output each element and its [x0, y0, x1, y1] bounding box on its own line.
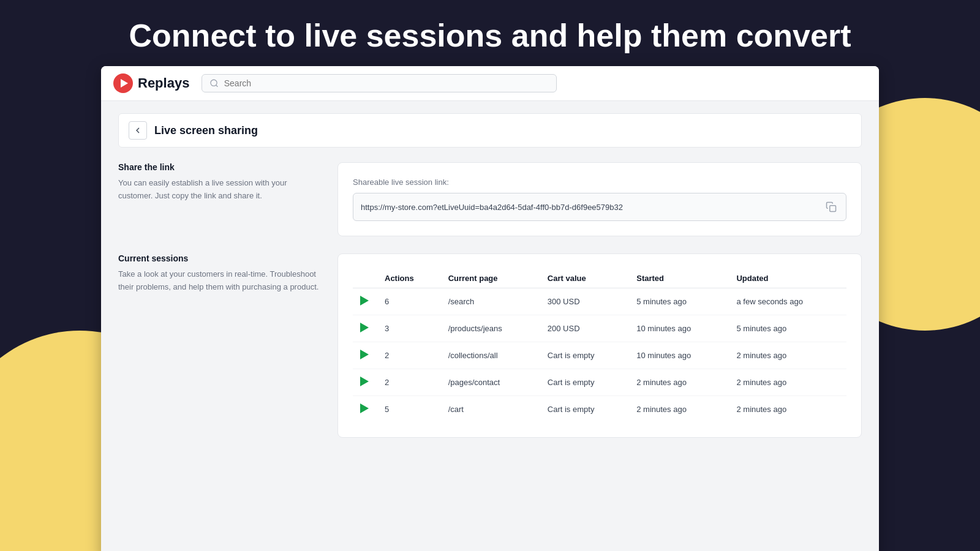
- share-desc: You can easily establish a live session …: [118, 177, 320, 203]
- search-icon: [209, 78, 219, 88]
- cell-cart: Cart is empty: [540, 369, 629, 396]
- play-button[interactable]: [360, 403, 369, 413]
- table-row: 2 /pages/contact Cart is empty 2 minutes…: [353, 369, 846, 396]
- cell-count: 3: [377, 315, 441, 342]
- play-button[interactable]: [360, 377, 369, 386]
- play-cell[interactable]: [353, 315, 377, 342]
- col-actions-label: Actions: [377, 269, 441, 288]
- cell-cart: 200 USD: [540, 315, 629, 342]
- sessions-card: Actions Current page Cart value Started …: [337, 253, 862, 438]
- sessions-title: Current sessions: [118, 253, 320, 263]
- cell-updated: 2 minutes ago: [729, 369, 846, 396]
- page-header: Live screen sharing: [118, 113, 862, 148]
- cell-started: 10 minutes ago: [629, 315, 729, 342]
- cell-updated: a few seconds ago: [729, 288, 846, 315]
- back-icon: [133, 126, 143, 135]
- sessions-desc: Take a look at your customers in real-ti…: [118, 268, 320, 294]
- table-row: 3 /products/jeans 200 USD 10 minutes ago…: [353, 315, 846, 342]
- share-section: Share the link You can easily establish …: [118, 162, 862, 236]
- sessions-table: Actions Current page Cart value Started …: [353, 269, 846, 422]
- link-card: Shareable live session link: https://my-…: [337, 162, 862, 236]
- cell-cart: Cart is empty: [540, 396, 629, 423]
- col-actions: [353, 269, 377, 288]
- app-window: Replays Live screen sharing Share the li…: [101, 66, 879, 551]
- cell-cart: Cart is empty: [540, 342, 629, 369]
- cell-page: /pages/contact: [441, 369, 540, 396]
- navbar: Replays: [101, 66, 879, 101]
- col-started: Started: [629, 269, 729, 288]
- back-button[interactable]: [129, 121, 147, 140]
- sessions-description: Current sessions Take a look at your cus…: [118, 253, 320, 438]
- table-row: 5 /cart Cart is empty 2 minutes ago 2 mi…: [353, 396, 846, 423]
- link-input-row: https://my-store.com?etLiveUuid=ba4a2d64…: [353, 193, 846, 221]
- play-cell[interactable]: [353, 396, 377, 423]
- col-cart-value: Cart value: [540, 269, 629, 288]
- share-description: Share the link You can easily establish …: [118, 162, 320, 236]
- play-cell[interactable]: [353, 288, 377, 315]
- link-url: https://my-store.com?etLiveUuid=ba4a2d64…: [361, 203, 819, 212]
- cell-updated: 5 minutes ago: [729, 315, 846, 342]
- cell-updated: 2 minutes ago: [729, 396, 846, 423]
- cell-count: 6: [377, 288, 441, 315]
- svg-rect-4: [830, 206, 836, 212]
- table-row: 2 /collections/all Cart is empty 10 minu…: [353, 342, 846, 369]
- search-input[interactable]: [224, 78, 549, 88]
- sessions-section: Current sessions Take a look at your cus…: [118, 253, 862, 438]
- page-title: Live screen sharing: [154, 124, 258, 137]
- cell-page: /search: [441, 288, 540, 315]
- brand[interactable]: Replays: [113, 73, 189, 93]
- copy-icon: [826, 201, 837, 212]
- play-button[interactable]: [360, 323, 369, 332]
- link-label: Shareable live session link:: [353, 178, 846, 187]
- search-bar[interactable]: [202, 74, 557, 92]
- cell-page: /cart: [441, 396, 540, 423]
- hero-title: Connect to live sessions and help them c…: [0, 0, 980, 66]
- cell-started: 2 minutes ago: [629, 396, 729, 423]
- play-button[interactable]: [360, 296, 369, 305]
- cell-count: 2: [377, 342, 441, 369]
- col-updated: Updated: [729, 269, 846, 288]
- cell-page: /products/jeans: [441, 315, 540, 342]
- cell-count: 5: [377, 396, 441, 423]
- main-content: Live screen sharing Share the link You c…: [101, 101, 879, 551]
- play-button[interactable]: [360, 350, 369, 359]
- cell-started: 10 minutes ago: [629, 342, 729, 369]
- play-cell[interactable]: [353, 369, 377, 396]
- cell-cart: 300 USD: [540, 288, 629, 315]
- table-header-row: Actions Current page Cart value Started …: [353, 269, 846, 288]
- copy-button[interactable]: [824, 200, 839, 214]
- svg-line-3: [216, 85, 218, 87]
- svg-point-2: [211, 80, 217, 86]
- play-cell[interactable]: [353, 342, 377, 369]
- cell-updated: 2 minutes ago: [729, 342, 846, 369]
- cell-started: 5 minutes ago: [629, 288, 729, 315]
- cell-count: 2: [377, 369, 441, 396]
- col-current-page: Current page: [441, 269, 540, 288]
- table-row: 6 /search 300 USD 5 minutes ago a few se…: [353, 288, 846, 315]
- brand-icon: [113, 73, 133, 93]
- cell-started: 2 minutes ago: [629, 369, 729, 396]
- cell-page: /collections/all: [441, 342, 540, 369]
- share-title: Share the link: [118, 162, 320, 172]
- brand-name: Replays: [138, 75, 189, 91]
